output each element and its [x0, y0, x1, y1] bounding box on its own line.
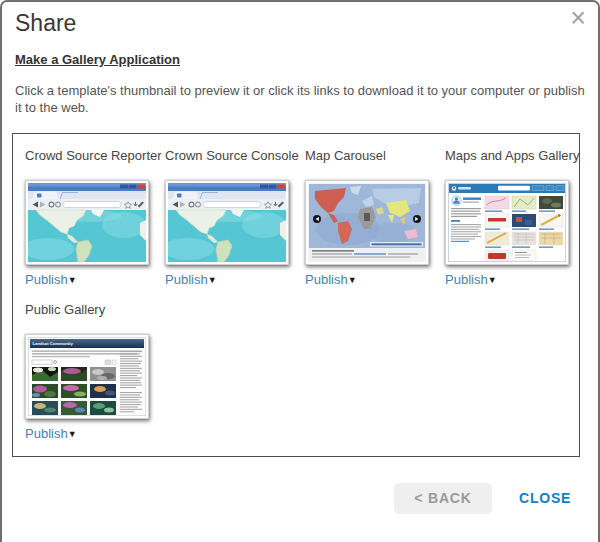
dropdown-arrow-icon[interactable]: ▼ — [68, 275, 77, 285]
close-button[interactable]: CLOSE — [519, 483, 571, 514]
dropdown-arrow-icon[interactable]: ▼ — [68, 429, 77, 439]
template-name: Crowd Source Reporter — [25, 148, 165, 180]
publish-link-label[interactable]: Publish — [165, 272, 208, 287]
publish-link[interactable]: Publish▼ — [25, 426, 165, 441]
dropdown-arrow-icon[interactable]: ▼ — [488, 275, 497, 285]
back-button[interactable]: < BACK — [394, 483, 492, 514]
template-cell-map-carousel: Map Carousel — [305, 148, 445, 287]
gallery-webpage-preview — [448, 183, 566, 262]
template-thumbnail-maps-and-apps-gallery[interactable] — [445, 180, 569, 265]
dropdown-arrow-icon[interactable]: ▼ — [348, 275, 357, 285]
publish-link-label[interactable]: Publish — [25, 426, 68, 441]
template-cell-crown-source-console: Crown Source Console — [165, 148, 305, 287]
template-grid: Crowd Source Reporter — [13, 134, 579, 441]
dialog-title: Share — [15, 10, 76, 37]
make-gallery-application-heading: Make a Gallery Application — [15, 52, 180, 67]
browser-map-preview — [28, 183, 146, 262]
template-cell-maps-and-apps-gallery: Maps and Apps Gallery — [445, 148, 580, 287]
gallery-description: Click a template's thumbnail to preview … — [15, 83, 593, 117]
carousel-map-preview — [308, 183, 426, 262]
template-thumbnail-crown-source-console[interactable] — [165, 180, 289, 265]
landsat-gallery-preview: Landsat Community — [28, 337, 146, 416]
svg-text:Landsat Community: Landsat Community — [33, 341, 74, 346]
template-name: Public Gallery — [25, 302, 165, 334]
template-cell-public-gallery: Public Gallery Landsat Community — [25, 302, 165, 441]
template-gallery-box: Crowd Source Reporter — [12, 133, 580, 457]
dropdown-arrow-icon[interactable]: ▼ — [208, 275, 217, 285]
publish-link[interactable]: Publish▼ — [25, 272, 165, 287]
template-thumbnail-map-carousel[interactable] — [305, 180, 429, 265]
template-name: Crown Source Console — [165, 148, 305, 180]
template-name: Maps and Apps Gallery — [445, 148, 580, 180]
template-thumbnail-crowd-source-reporter[interactable] — [25, 180, 149, 265]
close-icon[interactable]: × — [570, 2, 586, 34]
publish-link-label[interactable]: Publish — [305, 272, 348, 287]
publish-link[interactable]: Publish▼ — [305, 272, 445, 287]
browser-map-preview — [168, 183, 286, 262]
template-cell-crowd-source-reporter: Crowd Source Reporter — [25, 148, 165, 287]
template-thumbnail-public-gallery[interactable]: Landsat Community — [25, 334, 149, 419]
publish-link-label[interactable]: Publish — [25, 272, 68, 287]
share-dialog: Share × Make a Gallery Application Click… — [0, 0, 600, 542]
publish-link[interactable]: Publish▼ — [165, 272, 305, 287]
publish-link-label[interactable]: Publish — [445, 272, 488, 287]
template-name: Map Carousel — [305, 148, 445, 180]
publish-link[interactable]: Publish▼ — [445, 272, 580, 287]
